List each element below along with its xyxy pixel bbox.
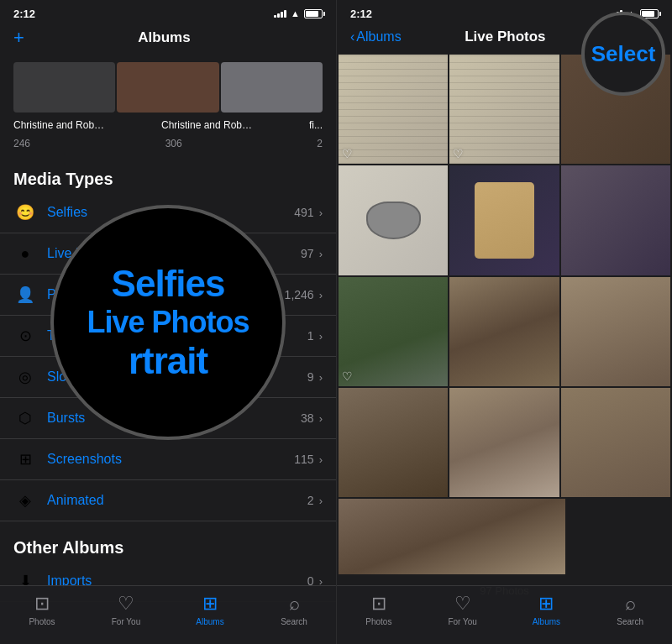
albums-tab-icon-right: ⊞: [538, 593, 554, 615]
right-phone: 2:12 ▲ ‹ Albums Live Photos Select ♡: [336, 0, 672, 644]
left-phone: 2:12 ▲ + Albums Christine and Robert_...…: [0, 0, 336, 644]
select-circle-overlay: Select: [581, 12, 665, 96]
photo-cell-4[interactable]: [339, 165, 448, 275]
wifi-icon: ▲: [291, 8, 300, 18]
search-tab-icon-right: ⌕: [625, 593, 636, 615]
album-name-2: Christine and Robert_...: [161, 119, 254, 131]
page-title-right: Live Photos: [465, 29, 545, 45]
status-icons-left: ▲: [274, 8, 323, 18]
page-title-left: Albums: [138, 29, 190, 46]
tab-bar-right: ⊡ Photos ♡ For You ⊞ Albums ⌕ Search: [337, 585, 672, 644]
back-chevron: ‹: [350, 29, 354, 45]
album-count-3: 2: [317, 138, 323, 149]
album-thumb-2[interactable]: [117, 62, 218, 113]
album-name-3: fi...: [309, 119, 323, 131]
foryou-tab-icon: ♡: [118, 593, 134, 615]
search-tab-label-left: Search: [281, 617, 307, 626]
screenshots-label: Screenshots: [47, 452, 294, 467]
circle-text-selfies: Selfies: [112, 263, 225, 305]
tab-albums-right[interactable]: ⊞ Albums: [505, 593, 589, 626]
album-count-1: 246: [13, 138, 30, 149]
nav-bar-left: + Albums: [0, 24, 336, 55]
foryou-tab-label: For You: [112, 617, 140, 626]
tab-search-right[interactable]: ⌕ Search: [588, 593, 672, 626]
tab-photos-left[interactable]: ⊡ Photos: [0, 593, 84, 626]
animated-label: Animated: [47, 493, 307, 508]
photos-tab-label-right: Photos: [365, 617, 391, 626]
list-row-animated[interactable]: ◈ Animated 2 ›: [0, 480, 336, 521]
animated-icon: ◈: [13, 489, 37, 512]
tab-bar-left: ⊡ Photos ♡ For You ⊞ Albums ⌕ Search: [0, 585, 336, 644]
time-left: 2:12: [13, 8, 35, 20]
foryou-tab-label-right: For You: [448, 617, 476, 626]
select-circle-text: Select: [591, 41, 656, 67]
album-thumbnails: [0, 55, 336, 119]
slomo-icon: ◎: [13, 365, 37, 389]
photo-cell-12[interactable]: [561, 388, 670, 497]
album-count-2: 306: [165, 138, 182, 149]
tab-photos-right[interactable]: ⊡ Photos: [337, 593, 421, 626]
tab-search-left[interactable]: ⌕ Search: [252, 593, 336, 626]
search-tab-icon-left: ⌕: [289, 593, 300, 615]
heart-7: ♡: [342, 369, 353, 383]
battery-icon: [304, 9, 323, 18]
live-chevron: ›: [319, 248, 323, 260]
tab-foryou-right[interactable]: ♡ For You: [421, 593, 505, 626]
selfies-chevron: ›: [319, 207, 323, 219]
slomo-count: 9: [307, 370, 314, 384]
status-bar-left: 2:12 ▲: [0, 0, 336, 24]
foryou-tab-icon-right: ♡: [454, 593, 471, 615]
photo-cell-2[interactable]: ♡: [449, 55, 559, 164]
photo-grid: ♡ ♡ ♡: [337, 53, 672, 576]
album-name-1: Christine and Robert_...: [13, 119, 106, 131]
selfies-count: 491: [294, 206, 313, 219]
back-button-right[interactable]: ‹ Albums: [350, 29, 402, 45]
tab-foryou-left[interactable]: ♡ For You: [84, 593, 168, 626]
albums-tab-label-left: Albums: [196, 617, 223, 626]
photo-cell-1[interactable]: ♡: [339, 55, 448, 164]
tab-albums-left[interactable]: ⊞ Albums: [168, 593, 252, 626]
animated-chevron: ›: [319, 495, 323, 507]
photo-cell-11[interactable]: [449, 388, 559, 497]
signal-icon: [274, 9, 286, 18]
photo-cell-8[interactable]: [449, 277, 559, 386]
heart-2: ♡: [453, 147, 464, 160]
add-button-left[interactable]: +: [13, 27, 24, 49]
timelapse-icon: ⊙: [13, 324, 37, 348]
portrait-icon: 👤: [13, 283, 37, 306]
media-section-header: Media Types: [0, 156, 336, 192]
photo-cell-9[interactable]: [561, 277, 670, 386]
bursts-chevron: ›: [319, 412, 323, 425]
photo-cell-6[interactable]: [561, 165, 670, 275]
time-right: 2:12: [350, 8, 372, 20]
timelapse-chevron: ›: [319, 330, 323, 343]
photos-tab-icon: ⊡: [34, 593, 50, 615]
portrait-chevron: ›: [319, 289, 323, 301]
photos-tab-icon-right: ⊡: [371, 593, 386, 615]
photo-cell-7[interactable]: ♡: [339, 277, 448, 386]
live-photos-count: 97: [301, 247, 314, 260]
circle-text-live: Live Photos: [87, 305, 249, 340]
portrait-count: 1,246: [285, 288, 314, 301]
back-label: Albums: [356, 29, 401, 45]
circle-overlay-left: Selfies Live Photos rtrait: [50, 205, 286, 440]
albums-tab-label-right: Albums: [533, 617, 560, 626]
album-thumb-3[interactable]: [221, 62, 323, 113]
albums-tab-icon-left: ⊞: [202, 593, 218, 615]
photo-cell-5[interactable]: [449, 165, 559, 275]
slomo-chevron: ›: [319, 371, 323, 384]
album-thumb-info: Christine and Robert_... Christine and R…: [0, 119, 336, 138]
screenshots-count: 115: [294, 453, 313, 466]
animated-count: 2: [307, 494, 314, 507]
circle-text-portrait: rtrait: [129, 340, 207, 382]
bursts-icon: ⬡: [13, 406, 37, 430]
list-row-screenshots[interactable]: ⊞ Screenshots 115 ›: [0, 439, 336, 480]
photos-tab-label: Photos: [29, 617, 55, 626]
timelapse-count: 1: [307, 329, 314, 343]
photo-cell-10[interactable]: [339, 388, 448, 497]
album-thumb-1[interactable]: [13, 62, 115, 113]
selfies-icon: 😊: [13, 201, 37, 224]
other-section-header: Other Albums: [0, 521, 336, 561]
photo-cell-13[interactable]: [339, 499, 565, 574]
heart-1: ♡: [342, 147, 353, 160]
